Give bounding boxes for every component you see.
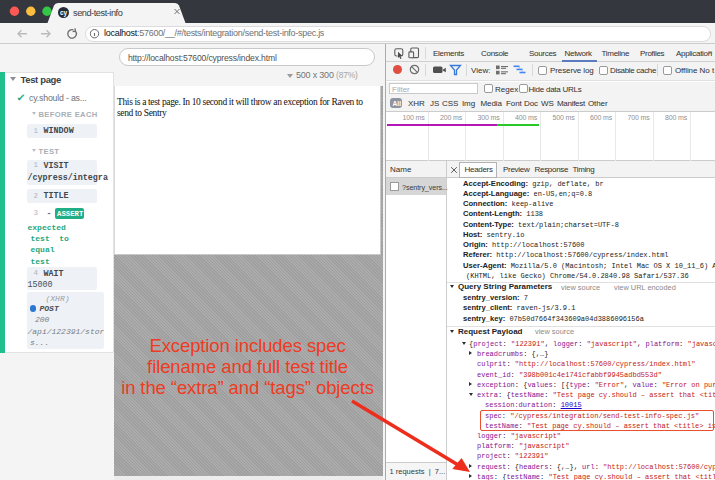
svg-text:send-test-info: send-test-info bbox=[73, 8, 123, 18]
svg-text:cy: cy bbox=[60, 9, 68, 17]
